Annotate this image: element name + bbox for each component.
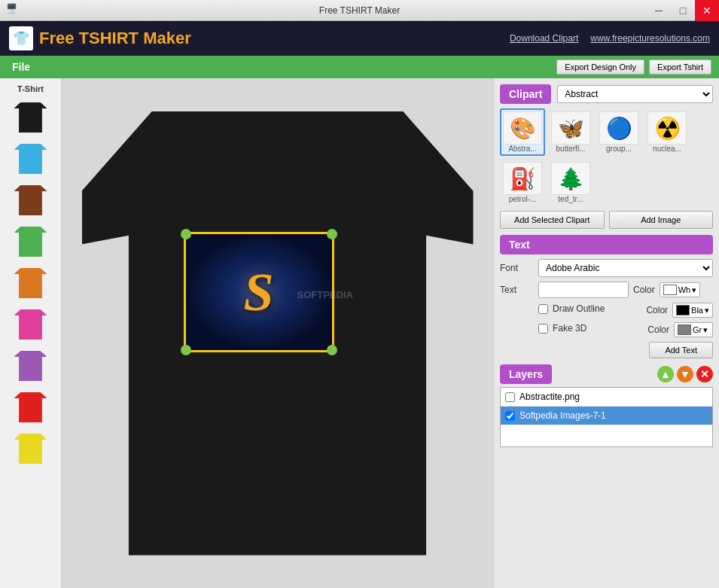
tshirt-color-swatch[interactable] (9, 98, 53, 137)
clipart-item[interactable]: ☢️nuclea... (644, 108, 690, 156)
app-icon: 🖥️ (6, 3, 17, 14)
font-row: Font Adobe ArabicArialTimes New RomanCou… (500, 259, 713, 277)
tshirt-sidebar-label: T-Shirt (5, 84, 56, 93)
outline-color-label: Color (646, 305, 668, 315)
title-bar: 🖥️ Free TSHIRT Maker ─ □ ✕ (0, 0, 719, 21)
tshirt-color-swatch[interactable] (9, 471, 53, 510)
tshirt-color-swatch[interactable] (9, 139, 53, 178)
layers-header-row: Layers ▲ ▼ ✕ (500, 364, 713, 384)
watermark: SOFTPEDIA (297, 289, 353, 300)
layer-down-button[interactable]: ▼ (677, 366, 693, 382)
outline-color-button[interactable]: Bla ▾ (672, 303, 713, 318)
handle-bottom-right[interactable] (327, 345, 337, 355)
handle-bottom-left[interactable] (181, 345, 191, 355)
clipart-thumbnail: 🌲 (551, 162, 590, 195)
layer-delete-button[interactable]: ✕ (696, 366, 713, 382)
fake3d-color-swatch (678, 324, 691, 335)
layer-visibility-checkbox[interactable] (505, 411, 515, 421)
logo-icon: 👕 (9, 26, 33, 50)
clipart-thumbnail: ⛽ (503, 162, 542, 195)
clipart-grid: 🎨Abstra...🦋butterfl...🔵group...☢️nuclea.… (500, 108, 713, 206)
fake3d-color-label: Color (647, 324, 669, 335)
add-text-button[interactable]: Add Text (649, 342, 713, 358)
tshirt-color-swatch[interactable] (9, 305, 53, 344)
tshirt-color-swatch[interactable] (9, 264, 53, 303)
clipart-section: Clipart AbstractAnimalsBusinessFoodNatur… (500, 84, 713, 229)
layer-visibility-checkbox[interactable] (505, 392, 515, 402)
fake3d-row: Fake 3D Color Gr ▾ (500, 322, 713, 337)
tshirt-color-swatch[interactable] (9, 346, 53, 385)
outline-row: Draw Outline Color Bla ▾ (500, 303, 713, 318)
outline-color-swatch (676, 305, 690, 315)
text-section: Text Font Adobe ArabicArialTimes New Rom… (500, 235, 713, 358)
download-clipart-link[interactable]: Download Clipart (510, 33, 578, 44)
clipart-label: nuclea... (647, 145, 687, 153)
layer-item[interactable]: Abstractite.png (501, 388, 712, 407)
clipart-item[interactable]: 🔵group... (596, 108, 641, 156)
tshirt-color-swatch[interactable] (9, 181, 53, 220)
text-color-label: Color (633, 285, 655, 295)
add-selected-clipart-button[interactable]: Add Selected Clipart (500, 211, 605, 229)
logo-maker: Maker (143, 29, 191, 47)
handle-top-left[interactable] (181, 229, 191, 239)
logo-text: Free TSHIRT Maker (39, 29, 191, 48)
clipart-category-dropdown[interactable]: AbstractAnimalsBusinessFoodNatureSportsT… (557, 85, 713, 103)
layer-name: Abstractite.png (519, 391, 580, 402)
export-design-button[interactable]: Export Design Only (556, 59, 644, 75)
text-input[interactable] (538, 282, 629, 298)
text-label: Text (500, 285, 534, 295)
tshirt-color-swatch[interactable] (9, 429, 53, 468)
tshirt-color-swatch[interactable] (9, 388, 53, 427)
clipart-item[interactable]: ⛽petrol-... (500, 159, 545, 206)
menu-bar: File Export Design Only Export Tshirt (0, 56, 719, 78)
text-color-button[interactable]: Wh ▾ (660, 282, 701, 297)
fake3d-color-name: Gr (693, 325, 702, 334)
font-label: Font (500, 263, 534, 273)
tshirt-swatches (5, 98, 56, 510)
layers-section: Layers ▲ ▼ ✕ Abstractite.pngSoftpedia Im… (500, 364, 713, 447)
clipart-thumbnail: 🦋 (551, 111, 590, 145)
clipart-item[interactable]: 🦋butterfl... (548, 108, 593, 156)
fake3d-checkbox[interactable] (538, 324, 548, 334)
text-color-chevron: ▾ (692, 285, 696, 295)
outline-label: Draw Outline (553, 303, 641, 314)
text-color-name: Wh (678, 285, 691, 294)
clipart-header-row: Clipart AbstractAnimalsBusinessFoodNatur… (500, 84, 713, 104)
add-text-row: Add Text (500, 342, 713, 358)
clipart-thumbnail: ☢️ (647, 111, 687, 145)
outline-checkbox-row: Draw Outline (538, 303, 641, 314)
layer-item[interactable]: Softpedia Images-7-1 (501, 407, 712, 425)
fake3d-checkbox-row: Fake 3D (538, 323, 643, 334)
tshirt-canvas: S SOFTPEDIA (82, 111, 474, 556)
text-input-row: Text Color Wh ▾ (500, 282, 713, 298)
layer-up-button[interactable]: ▲ (657, 366, 674, 382)
clipart-label: butterfl... (551, 145, 590, 153)
minimize-button[interactable]: ─ (647, 0, 671, 21)
app-logo: 👕 Free TSHIRT Maker (9, 26, 191, 50)
maximize-button[interactable]: □ (671, 0, 695, 21)
close-button[interactable]: ✕ (695, 0, 719, 21)
logo-tshirt: TSHIRT (79, 29, 139, 47)
tshirt-color-sidebar: T-Shirt (0, 78, 62, 588)
clipart-item[interactable]: 🌲ted_tr... (548, 159, 593, 206)
canvas-area[interactable]: S SOFTPEDIA (62, 78, 493, 588)
clipart-label: petrol-... (503, 195, 542, 203)
file-menu[interactable]: File (8, 59, 35, 75)
add-image-button[interactable]: Add Image (609, 211, 714, 229)
layers-section-header: Layers (500, 364, 552, 384)
export-tshirt-button[interactable]: Export Tshirt (649, 59, 711, 75)
header-links: Download Clipart www.freepicturesolution… (510, 33, 710, 44)
text-section-header: Text (500, 235, 713, 254)
fake3d-color-button[interactable]: Gr ▾ (674, 322, 713, 337)
website-link[interactable]: www.freepicturesolutions.com (590, 33, 710, 44)
layers-list: Abstractite.pngSoftpedia Images-7-1 (500, 387, 713, 447)
window-title: Free TSHIRT Maker (319, 5, 400, 16)
tshirt-color-swatch[interactable] (9, 222, 53, 261)
clipart-label: group... (599, 145, 638, 153)
font-dropdown[interactable]: Adobe ArabicArialTimes New RomanCourier … (538, 259, 713, 277)
handle-top-right[interactable] (327, 229, 337, 239)
right-panel: Clipart AbstractAnimalsBusinessFoodNatur… (493, 78, 719, 588)
outline-checkbox[interactable] (538, 304, 548, 314)
clipart-item[interactable]: 🎨Abstra... (500, 108, 545, 156)
design-letter: S (243, 260, 273, 323)
